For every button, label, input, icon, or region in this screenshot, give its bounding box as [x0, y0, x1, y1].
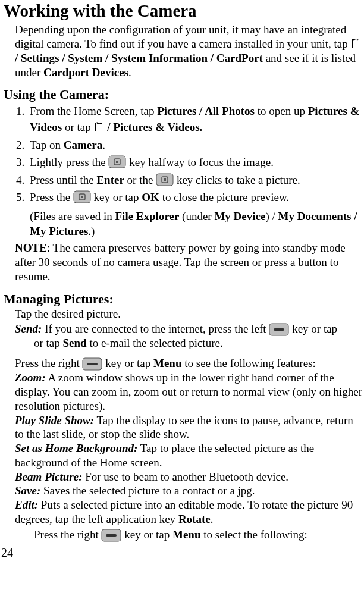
edit-text-2: .	[211, 513, 214, 525]
send-text-2b: or tap	[34, 337, 63, 349]
step-2: Tap on Camera.	[27, 137, 364, 153]
send-label: Send:	[15, 322, 42, 335]
flag-icon	[94, 121, 105, 132]
note-block: NOTE: The camera preserves battery power…	[15, 241, 364, 283]
step1-text-3: or tap	[62, 121, 93, 133]
step5-text-2: key or tap	[94, 191, 142, 203]
page-number: 24	[1, 545, 364, 560]
tap-line: Tap the desired picture.	[15, 307, 364, 322]
step4-bold: Enter	[96, 174, 124, 186]
step5-text-3: to close the picture preview.	[159, 191, 289, 203]
edit2-text-3: to select the following:	[200, 528, 307, 541]
flag-icon	[350, 38, 361, 49]
step2-text-1: Tap on	[30, 139, 64, 151]
step5-parens-b2: My Device	[214, 210, 265, 222]
step5-parens-4: .)	[88, 225, 95, 237]
camera-key-icon	[73, 190, 91, 203]
intro-paragraph: Depending upon the configuration of your…	[15, 23, 364, 79]
edit-bold-2: Rotate	[178, 513, 211, 525]
left-softkey-icon	[269, 323, 289, 336]
send-text-3: to e-mail the selected picture.	[87, 337, 223, 349]
step5-parens-3: ) /	[265, 210, 278, 222]
page-title: Working with the Camera	[4, 0, 364, 21]
step4-text-1: Press until the	[30, 174, 96, 186]
menu-text-2: key or tap	[105, 357, 153, 369]
edit-label: Edit:	[15, 498, 38, 511]
edit2-bold: Menu	[172, 528, 201, 541]
step-5: Press the key or tap OK to close the pic…	[27, 189, 364, 239]
step3-text-2: key halfway to focus the image.	[129, 156, 274, 168]
using-steps-list: From the Home Screen, tap Pictures / All…	[0, 103, 364, 239]
right-softkey-icon	[82, 357, 102, 371]
menu-text-3: to see the following features:	[181, 357, 315, 369]
send-bold-2: Send	[63, 337, 87, 349]
camera-key-icon	[156, 173, 174, 186]
intro-period: .	[128, 66, 131, 79]
intro-bold-2: Cardport Devices	[43, 66, 128, 79]
send-text-2: key or tap	[292, 322, 337, 335]
step4-text-3: key clicks to take a picture.	[177, 174, 300, 186]
managing-heading: Managing Pictures:	[4, 291, 364, 308]
save-text: Saves the selected picture to a contact …	[40, 484, 255, 497]
intro-text-1: Depending upon the configuration of your…	[15, 23, 350, 50]
intro-path-bold: / Settings / System / System Information…	[15, 52, 263, 64]
edit2-text-1: Press the right	[34, 528, 101, 541]
step2-text-2: .	[102, 139, 105, 151]
right-softkey-icon	[101, 529, 121, 542]
zoom-text: A zoom window shows up in the lower righ…	[15, 371, 362, 412]
step1-bold-1: Pictures / All Photos	[157, 105, 255, 117]
step-4: Press until the Enter or the key clicks …	[27, 172, 364, 189]
beam-label: Beam Picture:	[15, 471, 82, 483]
step5-text-1: Press the	[30, 191, 73, 203]
send-text-1: If you are connected to the internet, pr…	[42, 322, 269, 335]
step2-bold: Camera	[64, 139, 102, 151]
camera-key-icon	[108, 155, 126, 168]
edit2-text-2: key or tap	[124, 528, 172, 541]
zoom-label: Zoom:	[15, 371, 46, 384]
step3-text-1: Lightly press the	[30, 156, 108, 168]
step1-text-1: From the Home Screen, tap	[30, 105, 157, 117]
beam-text: For use to beam to another Bluetooth dev…	[82, 471, 288, 483]
step1-text-2: to open up	[255, 105, 308, 117]
step5-parens-1: (Files are saved in	[30, 210, 115, 222]
step-3: Lightly press the key halfway to focus t…	[27, 154, 364, 171]
step1-bold-3: / Pictures & Videos.	[107, 121, 202, 133]
save-label: Save:	[15, 484, 40, 497]
note-text: : The camera preserves battery power by …	[15, 242, 346, 283]
menu-text-1: Press the right	[15, 357, 82, 369]
play-label: Play Slide Show:	[15, 414, 94, 426]
sethome-label: Set as Home Background:	[15, 442, 137, 454]
step5-parens-2: (under	[179, 210, 214, 222]
note-label: NOTE	[15, 242, 47, 254]
menu-bold: Menu	[153, 357, 182, 369]
step5-parens-b1: File Explorer	[115, 210, 180, 222]
step4-text-2: or the	[124, 174, 156, 186]
step5-bold: OK	[142, 191, 159, 203]
step-1: From the Home Screen, tap Pictures / All…	[27, 103, 364, 136]
using-heading: Using the Camera:	[4, 86, 364, 103]
